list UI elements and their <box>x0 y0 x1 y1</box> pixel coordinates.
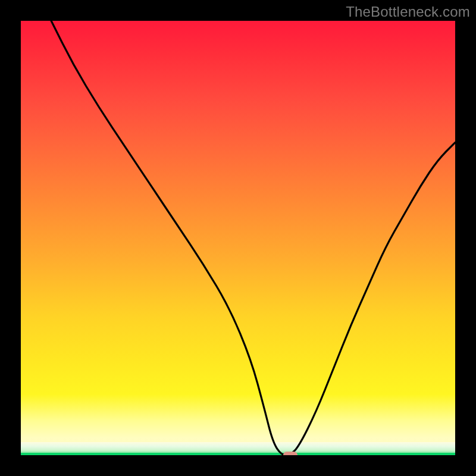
bottleneck-curve <box>21 21 455 455</box>
plot-area <box>21 21 455 455</box>
chart-frame: TheBottleneck.com <box>0 0 476 476</box>
optimal-point-marker <box>283 452 298 455</box>
watermark-text: TheBottleneck.com <box>346 4 470 20</box>
